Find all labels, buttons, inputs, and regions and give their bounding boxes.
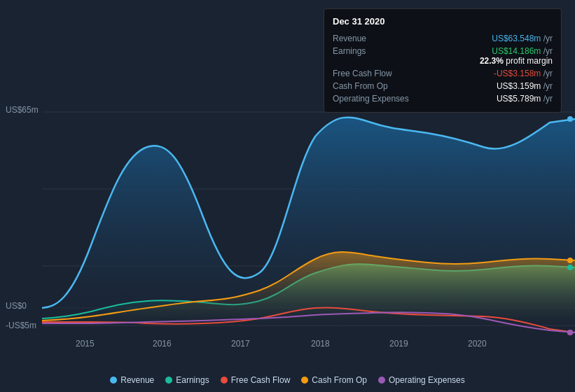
tooltip-label-earnings: Earnings	[333, 46, 417, 56]
legend: Revenue Earnings Free Cash Flow Cash Fro…	[0, 375, 575, 385]
x-label-2020: 2020	[468, 339, 487, 349]
tooltip-row-cashfromop: Cash From Op US$3.159m /yr	[333, 80, 553, 92]
chart-container: Dec 31 2020 Revenue US$63.548m /yr Earni…	[0, 0, 575, 392]
x-label-2016: 2016	[153, 339, 172, 349]
legend-item-opex[interactable]: Operating Expenses	[378, 375, 465, 385]
legend-item-fcf[interactable]: Free Cash Flow	[221, 375, 291, 385]
tooltip-value-revenue: US$63.548m /yr	[492, 34, 553, 43]
legend-label-revenue: Revenue	[120, 375, 154, 385]
legend-dot-opex	[378, 377, 385, 384]
legend-label-earnings: Earnings	[176, 375, 209, 385]
tooltip-value-earnings-group: US$14.186m /yr 22.3% profit margin	[480, 46, 553, 66]
tooltip-title: Dec 31 2020	[333, 16, 553, 27]
legend-label-opex: Operating Expenses	[389, 375, 465, 385]
cashfromop-dot-right	[567, 258, 573, 263]
earnings-dot-right	[567, 265, 573, 270]
legend-dot-cashfromop	[301, 377, 308, 384]
tooltip-row-opex: Operating Expenses US$5.789m /yr	[333, 92, 553, 105]
x-label-2017: 2017	[231, 339, 250, 349]
legend-label-fcf: Free Cash Flow	[231, 375, 291, 385]
legend-dot-earnings	[165, 377, 172, 384]
tooltip-row-revenue: Revenue US$63.548m /yr	[333, 32, 553, 45]
tooltip-label-opex: Operating Expenses	[333, 94, 417, 104]
revenue-dot-right	[567, 116, 573, 122]
legend-dot-revenue	[110, 377, 117, 384]
tooltip-panel: Dec 31 2020 Revenue US$63.548m /yr Earni…	[324, 8, 562, 113]
tooltip-row-fcf: Free Cash Flow -US$3.158m /yr	[333, 67, 553, 80]
legend-item-earnings[interactable]: Earnings	[165, 375, 209, 385]
tooltip-row-earnings: Earnings US$14.186m /yr 22.3% profit mar…	[333, 45, 553, 67]
tooltip-label-fcf: Free Cash Flow	[333, 69, 417, 78]
x-label-2015: 2015	[76, 339, 95, 349]
tooltip-label-revenue: Revenue	[333, 34, 417, 43]
tooltip-label-cashfromop: Cash From Op	[333, 81, 417, 91]
x-label-2019: 2019	[389, 339, 408, 349]
legend-item-revenue[interactable]: Revenue	[110, 375, 154, 385]
legend-dot-fcf	[221, 377, 228, 384]
tooltip-value-earnings: US$14.186m	[492, 46, 541, 56]
legend-label-cashfromop: Cash From Op	[312, 375, 367, 385]
x-label-2018: 2018	[311, 339, 330, 349]
tooltip-value-cashfromop: US$3.159m /yr	[497, 81, 553, 91]
tooltip-value-opex: US$5.789m /yr	[497, 94, 553, 104]
opex-dot-right	[567, 330, 573, 335]
tooltip-value-fcf: -US$3.158m /yr	[494, 69, 553, 78]
legend-item-cashfromop[interactable]: Cash From Op	[301, 375, 367, 385]
